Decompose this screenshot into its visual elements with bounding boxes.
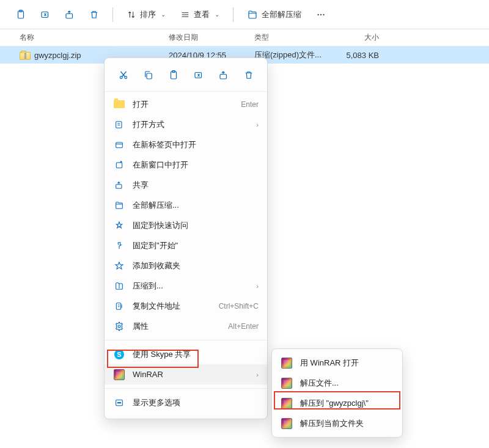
menu-skype-share[interactable]: 使用 Skype 共享 (105, 344, 267, 364)
paste-button[interactable] (10, 4, 32, 26)
svg-rect-15 (116, 142, 123, 148)
menu-show-more[interactable]: 显示更多选项 (105, 392, 267, 413)
sort-label: 排序 (140, 9, 156, 20)
action-paste[interactable] (164, 65, 183, 85)
copy-path-icon (113, 300, 125, 312)
paste-icon (15, 9, 26, 20)
svg-point-21 (117, 402, 118, 403)
action-delete[interactable] (239, 65, 259, 85)
menu-extract-all[interactable]: 全部解压缩... (105, 195, 267, 215)
extract-icon (113, 199, 125, 211)
file-size: 5,083 KB (328, 51, 389, 60)
action-copy[interactable] (139, 65, 158, 85)
view-label: 查看 (194, 9, 210, 20)
svg-point-8 (124, 76, 127, 79)
new-tab-icon (113, 139, 125, 151)
menu-divider (105, 388, 267, 389)
new-window-icon (113, 159, 125, 171)
svg-rect-12 (195, 73, 202, 78)
share-icon (64, 9, 75, 20)
delete-icon (89, 9, 100, 20)
menu-winrar[interactable]: WinRAR › (105, 364, 267, 384)
more-options-button[interactable] (310, 4, 332, 26)
share-icon (113, 179, 125, 191)
action-rename[interactable] (189, 65, 208, 85)
menu-pin-quick-access[interactable]: 固定到快速访问 (105, 215, 267, 235)
winrar-icon (281, 417, 293, 430)
svg-rect-16 (116, 163, 122, 168)
svg-point-22 (119, 402, 119, 403)
svg-rect-14 (116, 121, 122, 128)
action-cut[interactable] (114, 65, 133, 85)
divider (112, 7, 113, 22)
rename-icon (40, 9, 51, 20)
col-size-header[interactable]: 大小 (328, 32, 389, 43)
more-icon (315, 9, 326, 20)
col-modified-header[interactable]: 修改日期 (169, 32, 254, 43)
winrar-icon (113, 369, 125, 381)
menu-add-favorites[interactable]: 添加到收藏夹 (105, 255, 267, 276)
copy-icon (143, 70, 154, 81)
svg-rect-17 (116, 184, 122, 188)
extract-all-button[interactable]: 全部解压缩 (241, 4, 307, 26)
col-name-header[interactable]: 名称 (20, 32, 169, 43)
submenu-extract-here[interactable]: 解压到当前文件夹 (272, 413, 402, 433)
menu-open-with[interactable]: 打开方式 › (105, 114, 267, 134)
svg-point-7 (120, 76, 122, 79)
col-type-header[interactable]: 类型 (254, 32, 328, 43)
zip-file-icon (20, 50, 31, 60)
rename-button[interactable] (34, 4, 56, 26)
menu-share[interactable]: 共享 (105, 175, 267, 195)
divider (233, 7, 233, 22)
winrar-icon (281, 397, 293, 409)
menu-open-new-tab[interactable]: 在新标签页中打开 (105, 134, 267, 155)
properties-icon (113, 320, 125, 332)
delete-button[interactable] (83, 4, 105, 26)
view-button[interactable]: 查看 ⌄ (174, 4, 226, 26)
menu-pin-start[interactable]: 固定到"开始" (105, 235, 267, 255)
menu-properties[interactable]: 属性 Alt+Enter (105, 316, 267, 336)
menu-open-new-window[interactable]: 在新窗口中打开 (105, 155, 267, 175)
svg-rect-9 (147, 73, 152, 79)
menu-compress-to[interactable]: 压缩到... › (105, 276, 267, 296)
menu-open[interactable]: 打开 Enter (105, 94, 267, 114)
chevron-right-icon: › (256, 282, 259, 290)
submenu-extract-to-folder[interactable]: 解压到 "gwyzpclgj\" (272, 393, 402, 413)
open-with-icon (113, 119, 125, 131)
skype-icon (113, 348, 125, 361)
winrar-icon (281, 377, 293, 389)
menu-divider (105, 340, 267, 340)
more-icon (113, 397, 125, 409)
folder-icon (113, 98, 125, 111)
action-share[interactable] (214, 65, 233, 85)
context-menu: 打开 Enter 打开方式 › 在新标签页中打开 在新窗口中打开 (104, 57, 268, 419)
extract-icon (247, 9, 258, 20)
winrar-submenu: 用 WinRAR 打开 解压文件... 解压到 "gwyzpclgj\" 解压到… (271, 348, 403, 438)
svg-rect-2 (42, 12, 48, 17)
column-headers: 名称 修改日期 类型 大小 (0, 29, 489, 46)
share-button[interactable] (59, 4, 81, 26)
submenu-extract-files[interactable]: 解压文件... (272, 373, 402, 393)
pin-start-icon (113, 240, 125, 252)
svg-point-23 (120, 402, 120, 403)
chevron-down-icon: ⌄ (215, 11, 219, 18)
share-icon (218, 70, 229, 81)
sort-button[interactable]: 排序 ⌄ (120, 4, 172, 26)
sort-icon (127, 10, 136, 20)
chevron-right-icon: › (256, 371, 259, 378)
cut-icon (118, 70, 129, 81)
paste-icon (168, 70, 179, 81)
delete-icon (243, 70, 254, 81)
compress-icon (113, 280, 125, 292)
svg-point-4 (317, 13, 318, 15)
svg-point-6 (323, 13, 324, 15)
winrar-icon (281, 357, 293, 369)
pin-icon (113, 219, 125, 232)
chevron-down-icon: ⌄ (161, 11, 166, 18)
chevron-right-icon: › (256, 121, 259, 128)
submenu-open-winrar[interactable]: 用 WinRAR 打开 (272, 353, 402, 373)
toolbar: 排序 ⌄ 查看 ⌄ 全部解压缩 (0, 0, 489, 29)
extract-all-label: 全部解压缩 (262, 9, 301, 20)
svg-point-5 (320, 13, 322, 15)
menu-copy-path[interactable]: 复制文件地址 Ctrl+Shift+C (105, 296, 267, 316)
